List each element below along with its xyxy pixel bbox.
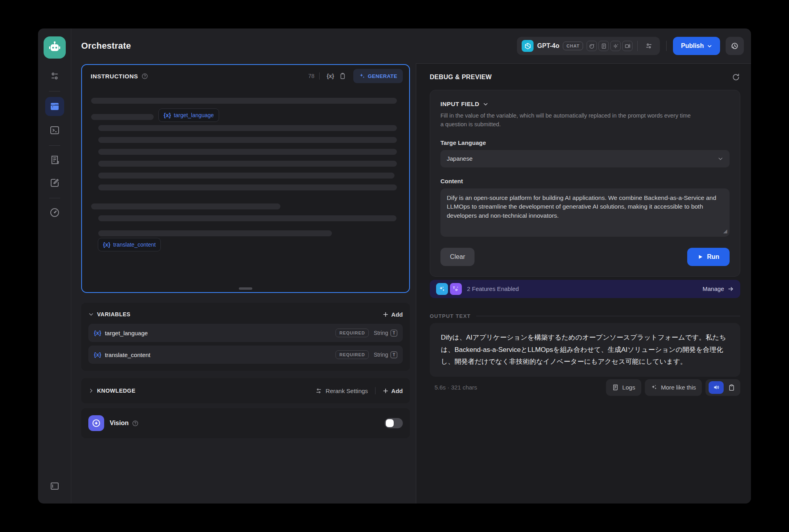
logs-icon [612, 384, 619, 391]
string-type-icon: T [391, 352, 397, 358]
char-count: 78 [308, 73, 314, 79]
chat-mode-badge: CHAT [563, 42, 583, 50]
restart-icon[interactable] [732, 73, 740, 82]
audio-actions [705, 379, 740, 396]
content-label: Content [440, 178, 730, 184]
sliders-icon [315, 388, 322, 394]
required-badge: REQUIRED [335, 350, 369, 359]
rerank-settings-button[interactable]: Rerank Settings [315, 388, 368, 394]
app-header: Orchestrate GPT-4o CHAT [71, 28, 751, 63]
output-text-label: OUTPUT TEXT [430, 313, 471, 319]
publish-button[interactable]: Publish [673, 37, 720, 55]
page-title: Orchestrate [81, 41, 131, 51]
app-logo[interactable] [44, 36, 66, 59]
prompt-skeleton-line [98, 184, 397, 190]
model-parameters-icon[interactable] [645, 42, 653, 50]
output-meta: 5.6s · 321 chars [435, 384, 477, 391]
variable-row-target-language[interactable]: {x} target_language REQUIRED String T [88, 324, 403, 342]
sidebar-divider [49, 91, 60, 91]
version-history-button[interactable] [726, 37, 744, 55]
knowledge-title: KNOWLEDGE [97, 388, 135, 394]
input-field-card: INPUT FIELD Fill in the value of the var… [430, 90, 740, 277]
selector-separator [637, 41, 638, 51]
header-divider [666, 41, 667, 51]
sidebar-item-monitoring[interactable] [45, 204, 64, 221]
features-bar[interactable]: T 2 Features Enabled Manage [430, 280, 740, 298]
speaker-button[interactable] [709, 381, 724, 394]
features-enabled-label: 2 Features Enabled [467, 285, 519, 292]
chevron-down-icon [718, 156, 723, 162]
help-icon[interactable] [132, 420, 139, 427]
prompt-skeleton-line [98, 161, 397, 167]
sidebar-item-annotation[interactable] [45, 174, 64, 192]
prompt-skeleton-line [98, 215, 396, 221]
content-textarea[interactable]: Dify is an open-source platform for buil… [440, 188, 730, 237]
logs-button[interactable]: Logs [606, 379, 641, 396]
debug-preview-panel: DEBUG & PREVIEW INPUT FIELD Fill in [416, 63, 751, 504]
target-language-select[interactable]: Japanese [440, 150, 730, 167]
chevron-down-icon [483, 101, 488, 107]
model-capability-badges [587, 41, 633, 51]
speaker-icon [713, 384, 720, 391]
required-badge: REQUIRED [335, 329, 369, 337]
insert-variable-icon[interactable]: {x} [327, 73, 334, 79]
output-card: Difyは、AIアプリケーションを構築するためのオープンソースプラットフォームで… [430, 323, 740, 377]
string-type-icon: T [391, 330, 397, 336]
variable-chip-translate-content[interactable]: {x} translate_content [98, 238, 161, 251]
text-to-speech-feature-icon: T [450, 283, 462, 295]
panel-resize-handle[interactable] [239, 287, 252, 290]
video-capability-icon [622, 41, 633, 51]
sidebar-divider [49, 145, 60, 146]
model-selector[interactable]: GPT-4o CHAT [517, 37, 660, 55]
prompt-skeleton-line [98, 137, 397, 143]
knowledge-section: KNOWLEDGE Rerank Settings Add [81, 378, 410, 403]
manage-features-button[interactable]: Manage [703, 285, 734, 292]
help-icon[interactable] [141, 73, 148, 80]
variables-title: VARIABLES [97, 311, 130, 317]
input-field-header[interactable]: INPUT FIELD [440, 101, 730, 107]
variable-token: {x} [94, 330, 101, 336]
arrow-right-icon [728, 286, 734, 292]
output-text: Difyは、AIアプリケーションを構築するためのオープンソースプラットフォームで… [441, 332, 729, 368]
instructions-title: INSTRUCTIONS [91, 73, 138, 80]
robot-icon [48, 40, 62, 55]
output-divider [476, 316, 740, 316]
prompt-skeleton-line [91, 98, 397, 104]
copy-output-button[interactable] [726, 384, 737, 391]
chevron-right-icon[interactable] [88, 388, 94, 393]
run-button[interactable]: Run [687, 248, 730, 266]
clear-button[interactable]: Clear [440, 248, 475, 266]
copy-icon[interactable] [339, 72, 346, 80]
vision-capability-icon [587, 41, 597, 51]
sparkles-icon [651, 384, 658, 391]
clipboard-icon [728, 384, 735, 391]
prompt-skeleton-line [98, 125, 397, 131]
sidebar [38, 28, 71, 504]
chevron-down-icon[interactable] [88, 312, 94, 317]
sparkles-icon [359, 73, 365, 79]
input-field-description: Fill in the value of the variable, which… [440, 111, 694, 129]
variable-row-translate-content[interactable]: {x} translate_content REQUIRED String T [88, 346, 403, 364]
sidebar-item-orchestrate[interactable] [45, 97, 64, 116]
variable-token: {x} [94, 352, 101, 358]
sidebar-item-terminal[interactable] [45, 122, 64, 139]
add-variable-button[interactable]: Add [383, 311, 403, 318]
more-like-this-button[interactable]: More like this [645, 379, 702, 396]
document-capability-icon [598, 41, 609, 51]
plus-icon [383, 312, 389, 317]
svg-text:T: T [453, 286, 455, 290]
generate-feature-icon [436, 283, 448, 295]
instructions-panel[interactable]: INSTRUCTIONS 78 {x} GENERA [81, 64, 410, 293]
resize-handle-icon[interactable]: ◢ [723, 228, 727, 235]
variable-chip-target-language[interactable]: {x} target_language [158, 108, 219, 122]
prompt-skeleton-line [98, 173, 394, 179]
add-knowledge-button[interactable]: Add [383, 388, 403, 394]
sidebar-item-logs[interactable] [45, 151, 64, 169]
model-settings-icon[interactable] [45, 67, 64, 85]
generate-button[interactable]: GENERATE [353, 69, 403, 83]
collapse-sidebar-icon[interactable] [45, 477, 64, 495]
model-name: GPT-4o [537, 42, 559, 49]
vision-feature-icon [88, 415, 104, 431]
vision-section: Vision [81, 408, 410, 438]
vision-toggle[interactable] [385, 418, 403, 428]
